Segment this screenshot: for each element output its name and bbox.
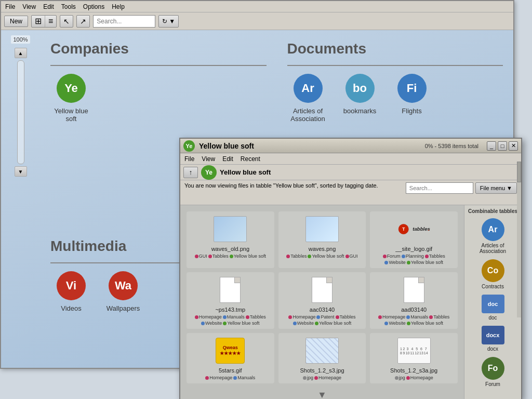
list-item[interactable]: docx docx <box>470 326 516 352</box>
menu-tools[interactable]: Tools <box>61 3 76 10</box>
file-menu-button[interactable]: File menu ▼ <box>475 182 517 194</box>
avatar[interactable]: Vi <box>57 271 86 300</box>
tag[interactable]: Website <box>201 321 222 326</box>
avatar[interactable]: bo <box>345 74 375 103</box>
tag[interactable]: Forum <box>383 254 401 259</box>
list-view-icon[interactable]: ≡ <box>45 16 56 27</box>
main-menubar: File View Edit Tools Options Help <box>1 1 513 12</box>
table-row[interactable]: aac03140 Homepage Patent Tabbles Website… <box>278 272 366 329</box>
tag[interactable]: Tabbles <box>208 254 229 259</box>
menu-view[interactable]: View <box>22 3 36 10</box>
avatar[interactable]: Ye <box>57 74 86 103</box>
list-item[interactable]: Fi Flights <box>391 74 433 123</box>
svg-text:.: . <box>428 226 429 232</box>
table-row[interactable]: 1234567 891011121314 Shots_1.2_s3a.jpg j… <box>370 333 458 383</box>
avatar[interactable]: Fi <box>397 74 427 103</box>
search-input[interactable] <box>93 15 155 28</box>
sub-menu-recent[interactable]: Recent <box>241 155 260 163</box>
scrollbar-area: 100% ▲ ▼ <box>1 30 40 331</box>
minimize-button[interactable]: _ <box>487 141 496 151</box>
list-item[interactable]: Vi Videos <box>50 271 92 312</box>
tag[interactable]: Manuals <box>406 314 428 320</box>
table-row[interactable]: Qweas★★★★★ 5stars.gif Homepage Manuals <box>187 333 274 383</box>
tag[interactable]: Website <box>384 260 405 265</box>
tag[interactable]: Manuals <box>233 375 255 380</box>
panel-rect-icon[interactable]: docx <box>482 326 504 344</box>
tag[interactable]: Yellow blue soft <box>230 254 266 259</box>
new-button[interactable]: New <box>4 16 28 27</box>
table-row[interactable]: waves.png Tabbles Yellow blue soft GUI <box>278 211 366 268</box>
select-icon[interactable]: ↗ <box>76 15 90 28</box>
tag[interactable]: Tabbles <box>286 254 307 259</box>
sub-menu-file[interactable]: File <box>184 155 194 163</box>
tag[interactable]: GUI <box>195 254 207 259</box>
table-row[interactable]: aad03140 Homepage Manuals Tabbles Websit… <box>370 272 458 329</box>
table-row[interactable]: ~ps143.tmp Homepage Manuals Tabbles Webs… <box>187 272 274 329</box>
move-icon[interactable]: ↖ <box>60 15 73 28</box>
scroll-more-button[interactable]: ▼ <box>184 388 460 399</box>
scroll-track[interactable] <box>17 60 24 164</box>
tag[interactable]: Yellow blue soft <box>407 260 443 265</box>
table-row[interactable]: Shots_1.2_s3.jpg jpg Homepage <box>278 333 366 383</box>
sub-menu-view[interactable]: View <box>202 155 215 163</box>
refresh-button[interactable]: ↻ ▼ <box>158 15 179 28</box>
tag[interactable]: Website <box>293 321 314 326</box>
file-name: __site_logo.gif <box>373 246 455 252</box>
avatar[interactable]: Ar <box>482 218 504 241</box>
grid-view-icon[interactable]: ⊞ <box>32 15 45 27</box>
table-row[interactable]: T tabbles . __site_logo.gif Forum Planni… <box>370 211 458 268</box>
avatar[interactable]: Wa <box>109 271 138 300</box>
tag[interactable]: Homepage <box>314 375 341 380</box>
menu-options[interactable]: Options <box>83 3 104 10</box>
list-item[interactable]: Ar Articles of Association <box>287 74 329 123</box>
tag[interactable]: Tabbles <box>336 314 356 320</box>
tag[interactable]: Patent <box>316 314 334 320</box>
panel-rect-icon[interactable]: doc <box>482 295 504 313</box>
tag[interactable]: Website <box>384 321 405 326</box>
tag[interactable]: Homepage <box>406 375 433 380</box>
sub-menu-edit[interactable]: Edit <box>222 155 233 163</box>
scroll-up-button[interactable]: ▲ <box>15 48 27 58</box>
panel-scrollbar[interactable] <box>517 205 521 317</box>
tag[interactable]: GUI <box>345 254 358 259</box>
list-item[interactable]: Ye Yellow blue soft <box>50 74 92 123</box>
menu-help[interactable]: Help <box>112 3 125 10</box>
tag[interactable]: Manuals <box>223 314 245 320</box>
avatar[interactable]: Ar <box>294 74 323 103</box>
tag[interactable]: jpg <box>303 375 313 380</box>
tag[interactable]: Yellow blue soft <box>407 321 443 326</box>
list-item[interactable]: Fo Forum <box>470 357 516 387</box>
list-item[interactable]: Co Contracts <box>470 259 516 289</box>
tag[interactable]: Yellow blue soft <box>308 254 344 259</box>
tag[interactable]: Homepage <box>205 375 232 380</box>
list-item[interactable]: bo bookmarks <box>339 74 381 123</box>
tag[interactable]: Planning <box>402 254 424 259</box>
avatar[interactable]: Co <box>482 259 504 282</box>
file-search-input[interactable] <box>406 182 473 194</box>
image-preview <box>305 338 339 364</box>
menu-file[interactable]: File <box>5 3 15 10</box>
back-button[interactable]: ↑ <box>183 167 198 178</box>
tag[interactable]: Homepage <box>378 314 405 320</box>
tag[interactable]: Homepage <box>195 314 222 320</box>
file-tags: Tabbles Yellow blue soft GUI <box>282 254 363 259</box>
list-item[interactable]: doc doc <box>470 295 516 321</box>
tag[interactable]: Tabbles <box>429 314 449 320</box>
table-row[interactable]: waves_old.png GUI Tabbles Yellow blue so… <box>187 211 274 268</box>
tag[interactable]: Yellow blue soft <box>223 321 259 326</box>
close-button[interactable]: ✕ <box>509 141 518 151</box>
list-item[interactable]: Ar Articles ofAssociation <box>470 218 516 254</box>
maximize-button[interactable]: □ <box>498 141 507 151</box>
right-panel: Combinable tabbles Ar Articles ofAssocia… <box>464 205 521 399</box>
tag[interactable]: jpg <box>395 375 405 380</box>
file-tags: Homepage Manuals <box>190 375 271 380</box>
menu-edit[interactable]: Edit <box>43 3 54 10</box>
view-toggle[interactable]: ⊞ ≡ <box>31 15 57 28</box>
avatar[interactable]: Fo <box>482 357 504 380</box>
tag[interactable]: Homepage <box>288 314 315 320</box>
list-item[interactable]: Wa Wallpapers <box>102 271 144 312</box>
tag[interactable]: Yellow blue soft <box>315 321 351 326</box>
tag[interactable]: Tabbles <box>246 314 266 320</box>
tag[interactable]: Tabbles <box>425 254 445 259</box>
scroll-down-button[interactable]: ▼ <box>15 166 27 177</box>
